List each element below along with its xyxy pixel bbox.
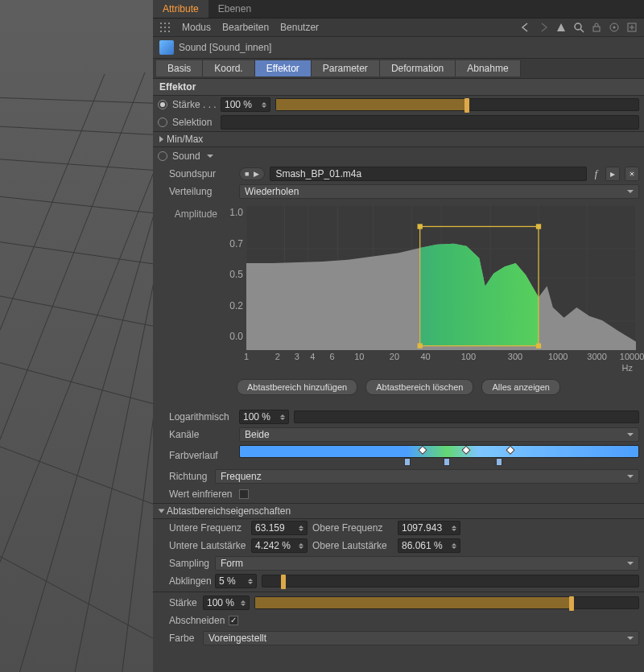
tab-attribute[interactable]: Attribute — [153, 0, 208, 18]
chevron-right-icon — [159, 136, 163, 142]
label-of: Obere Frequenz — [312, 522, 393, 534]
input-ul[interactable]: 4.242 % — [251, 538, 308, 553]
label-sampling: Sampling — [158, 558, 210, 569]
label-ul: Untere Lautstärke — [158, 540, 246, 551]
label-sound-group: Sound — [172, 150, 200, 162]
new-tab-icon[interactable] — [626, 22, 638, 33]
search-icon[interactable] — [573, 22, 584, 33]
svg-rect-27 — [593, 27, 600, 31]
btn-show-all[interactable]: Alles anzeigen — [481, 379, 560, 395]
label-soundspur: Soundspur — [158, 168, 234, 179]
label-kanaele: Kanäle — [158, 429, 234, 440]
svg-line-10 — [16, 80, 153, 672]
ytick: 0.2 — [221, 300, 243, 311]
checkbox-freeze[interactable] — [239, 489, 249, 499]
btn-del-range[interactable]: Abtastbereich löschen — [365, 379, 473, 395]
target-icon[interactable] — [609, 22, 620, 33]
btn-add-range[interactable]: Abtastbereich hinzufügen — [237, 379, 357, 395]
svg-point-19 — [160, 27, 162, 28]
amplitude-chart[interactable]: Amplitude 1.0 0.7 0.5 0.2 0.0 — [153, 200, 644, 408]
input-uf[interactable]: 63.159 — [251, 521, 308, 535]
svg-point-17 — [164, 23, 166, 24]
stop-icon[interactable]: ■ — [245, 170, 249, 178]
anim-dot-sound[interactable] — [158, 151, 167, 161]
label-hz: Hz — [246, 363, 636, 373]
svg-line-12 — [121, 92, 153, 672]
input-ol[interactable]: 86.061 % — [398, 538, 460, 553]
label-ol: Obere Lautstärke — [312, 540, 393, 551]
dropdown-richtung[interactable]: Frequenz — [215, 469, 639, 484]
dropdown-verteilung[interactable]: Wiederholen — [239, 184, 639, 199]
svg-line-6 — [0, 354, 153, 414]
slider-staerke2[interactable] — [254, 596, 639, 609]
group-minmax[interactable]: Min/Max — [153, 131, 644, 147]
input-selektion[interactable] — [221, 115, 639, 130]
svg-rect-57 — [418, 344, 423, 348]
input-staerke[interactable]: 100 % — [221, 97, 270, 112]
label-farbverlauf: Farbverlauf — [158, 450, 234, 461]
svg-point-23 — [164, 31, 166, 32]
section-effektor: Effektor — [153, 79, 644, 96]
svg-line-8 — [0, 539, 153, 660]
attribute-panel: Attribute Ebenen Modus Bearbeiten Benutz… — [153, 0, 644, 672]
subtab-abnahme[interactable]: Abnahme — [456, 60, 520, 76]
anim-dot-staerke[interactable] — [158, 100, 167, 109]
gradient-editor[interactable] — [239, 445, 639, 458]
chevron-down-icon[interactable] — [207, 155, 213, 158]
panel-tabs: Attribute Ebenen — [153, 0, 644, 19]
checkbox-abschneiden[interactable] — [229, 616, 238, 625]
dropdown-sampling[interactable]: Form — [215, 556, 639, 571]
input-staerke2[interactable]: 100 % — [203, 596, 250, 610]
label-staerke: Stärke . . . — [172, 99, 216, 110]
subtab-basis[interactable]: Basis — [156, 60, 203, 76]
svg-point-21 — [168, 27, 170, 28]
clear-icon[interactable] — [625, 167, 639, 181]
viewport-3d[interactable] — [0, 0, 153, 672]
svg-point-25 — [575, 23, 581, 30]
gradient-handle[interactable] — [496, 458, 502, 466]
tab-ebenen[interactable]: Ebenen — [208, 0, 261, 18]
menu-icon[interactable] — [159, 22, 171, 33]
gradient-handle[interactable] — [404, 458, 411, 466]
subtab-parameter[interactable]: Parameter — [312, 60, 380, 76]
slider-abklingen[interactable] — [262, 575, 639, 587]
fx-icon[interactable]: f — [592, 168, 601, 180]
sound-effector-icon — [159, 40, 174, 55]
attribute-toolbar: Modus Bearbeiten Benutzer — [153, 19, 644, 37]
nav-fwd-icon[interactable] — [538, 22, 549, 33]
input-of[interactable]: 1097.943 — [398, 521, 460, 535]
slider-log[interactable] — [294, 410, 639, 423]
svg-rect-55 — [418, 224, 423, 229]
gradient-handle[interactable] — [444, 458, 450, 466]
nav-back-icon[interactable] — [520, 22, 531, 33]
subtab-deformation[interactable]: Deformation — [380, 60, 456, 76]
dropdown-farbe[interactable]: Voreingestellt — [203, 631, 639, 645]
label-log: Logarithmisch — [158, 411, 234, 423]
menu-bearbeiten[interactable]: Bearbeiten — [222, 22, 269, 33]
ytick: 1.0 — [221, 207, 243, 218]
slider-staerke[interactable] — [275, 98, 639, 111]
subtab-effektor[interactable]: Effektor — [255, 60, 312, 76]
svg-rect-56 — [536, 224, 541, 229]
nav-up-icon[interactable] — [555, 22, 567, 33]
svg-line-2 — [0, 157, 153, 173]
lock-icon[interactable] — [591, 22, 602, 33]
svg-line-4 — [0, 237, 153, 270]
input-soundspur[interactable]: Smash_BP_01.m4a — [270, 167, 586, 181]
svg-line-1 — [0, 125, 153, 137]
anim-dot-selektion[interactable] — [158, 117, 167, 127]
object-header[interactable]: Sound [Sound_innen] — [153, 37, 644, 59]
group-abtast[interactable]: Abtastbereichseigenschaften — [153, 503, 644, 519]
dropdown-kanaele[interactable]: Beide — [239, 427, 639, 442]
locate-icon[interactable]: ▸ — [605, 167, 620, 181]
input-abklingen[interactable]: 5 % — [215, 574, 257, 588]
menu-modus[interactable]: Modus — [182, 22, 211, 33]
play-icon[interactable]: ▶ — [254, 170, 259, 178]
svg-point-22 — [160, 31, 162, 32]
sound-transport[interactable]: ■▶ — [239, 167, 265, 180]
menu-benutzer[interactable]: Benutzer — [280, 22, 319, 33]
ytick: 0.5 — [221, 269, 243, 280]
label-abschneiden: Abschneiden — [158, 615, 224, 626]
input-log[interactable]: 100 % — [239, 410, 289, 424]
subtab-koord[interactable]: Koord. — [203, 60, 254, 76]
